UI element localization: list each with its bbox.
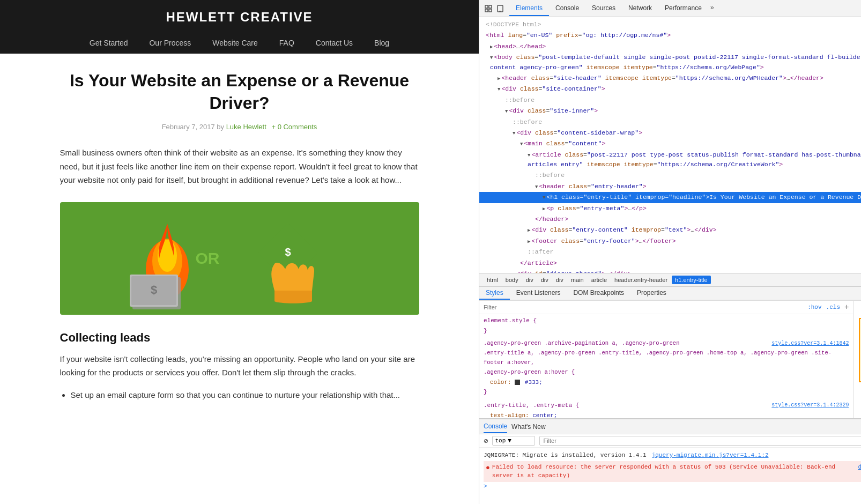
html-line-header-close: </header> bbox=[479, 214, 861, 225]
svg-rect-13 bbox=[489, 9, 492, 12]
nav-blog[interactable]: Blog bbox=[363, 32, 400, 54]
html-line-before3: ::before bbox=[479, 170, 861, 181]
html-line-doctype[interactable]: <!DOCTYPE html> bbox=[479, 19, 861, 30]
tab-properties[interactable]: Properties bbox=[630, 287, 673, 300]
post-author[interactable]: Luke Hewlett bbox=[226, 123, 266, 131]
html-line-site-inner[interactable]: <div class="site-inner"> bbox=[479, 106, 861, 116]
html-line-entry-footer[interactable]: <footer class="entry-footer">…</footer> bbox=[479, 236, 861, 247]
console-context-chevron: ▼ bbox=[508, 438, 511, 444]
html-line-article[interactable]: <article class="post-22117 post type-pos… bbox=[479, 150, 861, 171]
svg-rect-12 bbox=[485, 9, 488, 12]
devtools-tabs: Elements Console Sources Network Perform… bbox=[509, 1, 861, 16]
post-title: Is Your Website an Expense or a Revenue … bbox=[60, 70, 419, 114]
nav-website-care[interactable]: Website Care bbox=[202, 32, 269, 54]
html-line-entry-header[interactable]: <header class="entry-header"> bbox=[479, 181, 861, 192]
section-list: Set up an email capture form so that you… bbox=[60, 388, 419, 402]
html-line-head[interactable]: <head>…</head> bbox=[479, 41, 861, 52]
bc-header-entry-header[interactable]: header.entry-header bbox=[611, 276, 671, 284]
inspect-icon[interactable] bbox=[484, 4, 493, 13]
tab-dom-breakpoints[interactable]: DOM Breakpoints bbox=[567, 287, 630, 300]
html-line-entry-content[interactable]: <div class="entry-content" itemprop="tex… bbox=[479, 225, 861, 235]
styles-panel: :hov .cls + element.style { } .agency-pr… bbox=[479, 300, 861, 418]
bc-body[interactable]: body bbox=[502, 276, 522, 284]
html-line-after: ::after bbox=[479, 247, 861, 257]
prompt-arrow: > bbox=[484, 483, 487, 490]
site-header: HEWLETT CREATIVE Get Started Our Process… bbox=[0, 0, 479, 54]
html-line-site-container[interactable]: <div class="site-container"> bbox=[479, 84, 861, 94]
elements-panel: <!DOCTYPE html> <html lang="en-US" prefi… bbox=[479, 17, 861, 273]
styles-left: :hov .cls + element.style { } .agency-pr… bbox=[479, 301, 853, 418]
tab-elements[interactable]: Elements bbox=[509, 1, 549, 16]
svg-text:OR: OR bbox=[195, 249, 219, 267]
svg-rect-11 bbox=[489, 5, 492, 8]
tab-performance[interactable]: Performance bbox=[658, 1, 708, 16]
svg-rect-10 bbox=[485, 5, 488, 8]
list-item: Set up an email capture form so that you… bbox=[71, 388, 419, 402]
console-tab-console[interactable]: Console bbox=[484, 420, 507, 433]
post-comments[interactable]: + 0 Comments bbox=[271, 123, 317, 131]
website-panel: HEWLETT CREATIVE Get Started Our Process… bbox=[0, 0, 479, 504]
console-filter-input[interactable] bbox=[539, 436, 861, 446]
console-msg-text: JQMIGRATE: Migrate is installed, version… bbox=[484, 451, 647, 460]
html-line-disqus[interactable]: <div id="disqus_thread">…</div> bbox=[479, 269, 861, 273]
html-line-header[interactable]: <header class="site-header" itemscope it… bbox=[479, 73, 861, 84]
cls-button[interactable]: .cls bbox=[826, 304, 840, 310]
add-style-icon[interactable]: + bbox=[844, 303, 849, 312]
devtools-icons bbox=[484, 4, 505, 13]
css-source-1[interactable]: style.css?ver=3.1.4:1842 bbox=[771, 339, 849, 349]
html-line-h1[interactable]: <h1 class="entry-title" itemprop="headli… bbox=[479, 192, 861, 203]
more-tabs[interactable]: » bbox=[708, 1, 716, 16]
filter-bar: :hov .cls + bbox=[479, 301, 853, 314]
breadcrumb-bar: html body div div div main article heade… bbox=[479, 273, 861, 287]
devtools-header: Elements Console Sources Network Perform… bbox=[479, 0, 861, 17]
console-msg-link[interactable]: jquery-migrate.min.js?ver=1.4.1:2 bbox=[652, 451, 769, 460]
device-icon[interactable] bbox=[495, 4, 505, 13]
post-date: February 7, 2017 bbox=[162, 123, 215, 131]
styles-filter-input[interactable] bbox=[484, 304, 803, 310]
nav-faq[interactable]: FAQ bbox=[269, 32, 305, 54]
console-prompt[interactable]: > bbox=[484, 482, 861, 491]
css-rule-element-style: element.style { } bbox=[479, 314, 853, 337]
post-content: Is Your Website an Expense or a Revenue … bbox=[28, 54, 451, 423]
console-toolbar: ⊘ top ▼ All levels ▼ ⚙ bbox=[479, 434, 861, 448]
nav-get-started[interactable]: Get Started bbox=[79, 32, 139, 54]
svg-text:$: $ bbox=[285, 246, 291, 258]
bc-div3[interactable]: div bbox=[553, 276, 567, 284]
console-body: JQMIGRATE: Migrate is installed, version… bbox=[479, 448, 861, 504]
bc-div1[interactable]: div bbox=[523, 276, 537, 284]
console-msg-jqmigrate: JQMIGRATE: Migrate is installed, version… bbox=[484, 450, 861, 461]
html-line-before1: ::before bbox=[479, 95, 861, 106]
post-meta: February 7, 2017 by Luke Hewlett + 0 Com… bbox=[60, 123, 419, 131]
html-line-csw[interactable]: <div class="content-sidebar-wrap"> bbox=[479, 128, 861, 138]
post-excerpt: Small business owners often think of the… bbox=[60, 146, 419, 187]
hov-button[interactable]: :hov bbox=[807, 304, 821, 310]
tab-event-listeners[interactable]: Event Listeners bbox=[510, 287, 567, 300]
console-context-select[interactable]: top ▼ bbox=[492, 436, 535, 446]
bc-div2[interactable]: div bbox=[538, 276, 552, 284]
html-line-body[interactable]: <body class="post-template-default singl… bbox=[479, 52, 861, 73]
site-nav: Get Started Our Process Website Care FAQ… bbox=[0, 32, 479, 54]
html-line-html[interactable]: <html lang="en-US" prefix="og: http://og… bbox=[479, 30, 861, 41]
console-context-value: top bbox=[495, 438, 506, 444]
error-icon: ● bbox=[486, 463, 490, 473]
box-model-panel: margin border padding - 720 × 72 16 Filt… bbox=[853, 301, 861, 418]
console-clear-icon[interactable]: ⊘ bbox=[484, 436, 488, 446]
css-source-2[interactable]: style.css?ver=3.1.4:2329 bbox=[771, 401, 849, 411]
tab-console[interactable]: Console bbox=[549, 1, 585, 16]
console-error-link[interactable]: dc.arrivalist.com/ bbox=[858, 463, 861, 472]
section-heading: Collecting leads bbox=[60, 331, 419, 345]
console-error-text: Failed to load resource: the server resp… bbox=[492, 463, 853, 480]
bc-article[interactable]: article bbox=[588, 276, 610, 284]
bc-main[interactable]: main bbox=[568, 276, 587, 284]
bc-h1-entry-title[interactable]: h1.entry-title bbox=[672, 276, 711, 284]
nav-contact-us[interactable]: Contact Us bbox=[305, 32, 363, 54]
styles-tabs: Styles Event Listeners DOM Breakpoints P… bbox=[479, 287, 861, 300]
html-line-entry-meta[interactable]: <p class="entry-meta">…</p> bbox=[479, 203, 861, 214]
bc-html[interactable]: html bbox=[484, 276, 501, 284]
tab-network[interactable]: Network bbox=[622, 1, 658, 16]
html-line-main[interactable]: <main class="content"> bbox=[479, 138, 861, 149]
console-tab-whats-new[interactable]: What's New bbox=[511, 421, 546, 433]
nav-our-process[interactable]: Our Process bbox=[138, 32, 202, 54]
tab-sources[interactable]: Sources bbox=[585, 1, 622, 16]
tab-styles[interactable]: Styles bbox=[479, 287, 510, 300]
